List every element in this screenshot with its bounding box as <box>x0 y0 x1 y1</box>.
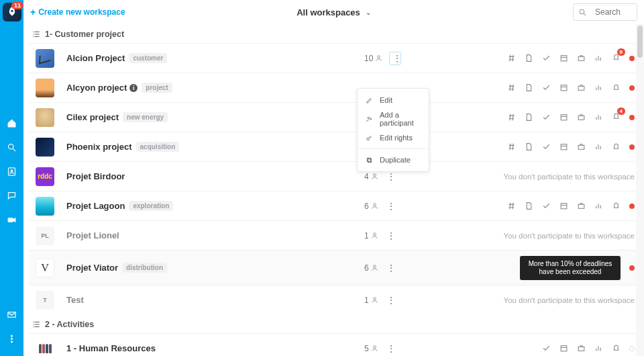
briefcase-icon[interactable] <box>577 142 586 151</box>
nav-search[interactable] <box>0 135 23 159</box>
workspace-switcher[interactable]: All workspaces ⌄ <box>297 7 371 17</box>
row-menu-button[interactable]: ⋮ <box>385 296 397 305</box>
create-workspace-link[interactable]: + Create new workspace <box>30 7 125 17</box>
hash-icon[interactable] <box>507 202 516 210</box>
sidebar: 11 <box>0 0 23 356</box>
bell-icon[interactable] <box>612 83 621 92</box>
svg-point-22 <box>373 204 376 206</box>
workspace-row[interactable]: V Projet Viator distribution 6 ⋮ More th… <box>29 250 639 285</box>
check-icon[interactable] <box>542 344 551 353</box>
briefcase-icon[interactable] <box>577 344 586 353</box>
workspace-row[interactable]: Alcyon project i project <box>29 73 639 102</box>
section-title: 2 - Activities <box>45 320 94 329</box>
row-menu-button[interactable]: ⋮ <box>389 52 401 65</box>
menu-edit-rights[interactable]: Edit rights <box>358 130 429 145</box>
menu-edit[interactable]: Edit <box>358 93 429 107</box>
workspace-title: 1 - Human Resources <box>66 343 156 353</box>
workspace-row[interactable]: Projet Lagoon exploration 6 ⋮ <box>29 191 639 220</box>
briefcase-icon[interactable] <box>577 113 586 122</box>
row-menu-button[interactable]: ⋮ <box>385 231 397 240</box>
search-icon <box>574 8 591 17</box>
menu-add-participant[interactable]: Add a participant <box>358 107 429 130</box>
svg-rect-34 <box>367 158 370 161</box>
workspace-title: Alcion Project <box>66 53 125 63</box>
hash-icon[interactable] <box>507 142 516 151</box>
check-icon[interactable] <box>542 113 551 122</box>
participant-count: 6 <box>364 263 378 273</box>
chat-icon <box>7 191 17 201</box>
copy-icon <box>366 157 373 164</box>
hash-icon[interactable] <box>507 83 516 92</box>
file-icon[interactable] <box>525 83 533 92</box>
calendar-icon[interactable] <box>559 83 568 92</box>
chart-icon[interactable] <box>594 142 603 151</box>
chart-icon[interactable] <box>594 54 603 62</box>
nav-contacts[interactable] <box>0 159 23 183</box>
check-icon[interactable] <box>542 83 551 92</box>
nav-home[interactable] <box>0 111 23 135</box>
chart-icon[interactable] <box>594 113 603 122</box>
row-menu-button[interactable]: ⋮ <box>385 263 397 273</box>
briefcase-icon[interactable] <box>577 54 586 62</box>
nav-video[interactable] <box>0 208 23 232</box>
workspace-row[interactable]: PL Projet Lionel 1 ⋮ You don't participa… <box>29 220 639 250</box>
nav-chat[interactable] <box>0 183 23 208</box>
workspace-row[interactable]: rddc Projet Birdoor 4 ⋮ You don't partic… <box>29 161 639 191</box>
participant-count: 4 <box>364 172 378 181</box>
workspace-row[interactable]: Alcion Project customer 10 ⋮ <box>29 43 639 73</box>
search-box[interactable] <box>573 3 637 21</box>
file-icon[interactable] <box>525 142 533 151</box>
chart-icon[interactable] <box>594 344 603 353</box>
check-icon[interactable] <box>542 142 551 151</box>
chart-icon[interactable] <box>594 83 603 92</box>
row-modules <box>507 142 635 151</box>
workspace-row[interactable]: 1 - Human Resources 5 ⋮ <box>29 333 639 356</box>
calendar-icon[interactable] <box>559 344 568 353</box>
hash-icon[interactable] <box>507 113 516 122</box>
row-menu-button[interactable]: ⋮ <box>385 344 397 353</box>
file-icon[interactable] <box>525 202 533 210</box>
svg-point-21 <box>373 174 376 177</box>
svg-rect-30 <box>578 347 584 351</box>
svg-point-9 <box>580 9 584 14</box>
status-indicator <box>629 144 635 150</box>
workspace-tag: customer <box>129 53 167 63</box>
file-icon[interactable] <box>525 54 533 62</box>
info-icon[interactable]: i <box>129 84 138 92</box>
nav-more[interactable] <box>0 326 23 351</box>
workspace-row[interactable]: Phoenix project acquisition 10 ⋮ <box>29 132 639 161</box>
check-icon[interactable] <box>542 202 551 210</box>
person-icon <box>371 232 378 239</box>
workspace-row[interactable]: Cilex project new energy 4 <box>29 102 639 132</box>
bell-button[interactable]: 9 <box>612 53 621 64</box>
row-menu-button[interactable]: ⋮ <box>385 172 397 181</box>
bell-icon[interactable] <box>612 142 621 151</box>
calendar-icon[interactable] <box>559 202 568 210</box>
workspace-tag: new energy <box>123 112 168 122</box>
menu-duplicate[interactable]: Duplicate <box>358 152 429 167</box>
bell-button[interactable]: 4 <box>612 112 621 123</box>
search-input[interactable] <box>591 5 637 19</box>
workspace-title: Projet Viator <box>66 263 118 273</box>
nav-mail[interactable] <box>0 302 23 326</box>
svg-rect-17 <box>578 116 584 120</box>
calendar-icon[interactable] <box>559 113 568 122</box>
bell-icon[interactable] <box>612 344 621 353</box>
briefcase-icon[interactable] <box>577 83 586 92</box>
notification-count-badge: 11 <box>11 1 23 9</box>
check-icon[interactable] <box>542 54 551 62</box>
calendar-icon[interactable] <box>559 54 568 62</box>
chart-icon[interactable] <box>594 202 603 210</box>
scrollbar[interactable] <box>636 24 644 356</box>
svg-point-31 <box>368 117 370 119</box>
briefcase-icon[interactable] <box>577 202 586 210</box>
app-logo[interactable]: 11 <box>0 0 23 24</box>
hash-icon[interactable] <box>507 54 516 62</box>
bell-icon[interactable] <box>612 202 621 210</box>
svg-rect-16 <box>561 115 567 120</box>
scrollbar-thumb[interactable] <box>637 26 643 58</box>
row-menu-button[interactable]: ⋮ <box>385 202 397 211</box>
file-icon[interactable] <box>525 113 533 122</box>
workspace-row[interactable]: T Test 1 ⋮ You don't participate to this… <box>29 285 639 314</box>
calendar-icon[interactable] <box>559 142 568 151</box>
